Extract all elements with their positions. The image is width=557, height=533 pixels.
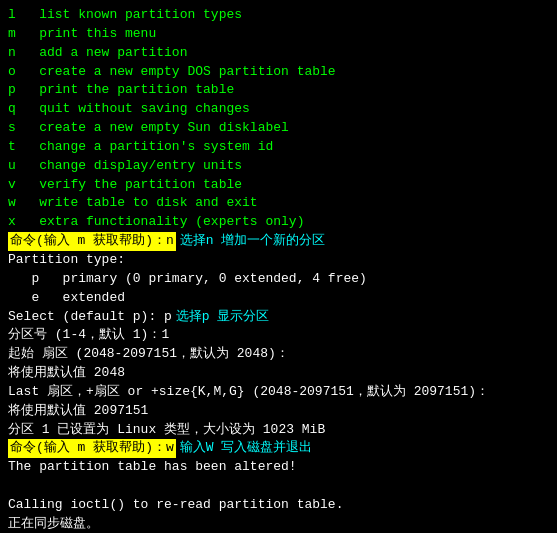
menu-line-q: q quit without saving changes (8, 100, 549, 119)
partition-type-p: p primary (0 primary, 0 extended, 4 free… (8, 270, 549, 289)
menu-line-m: m print this menu (8, 25, 549, 44)
command-line-w: 命令(输入 m 获取帮助)：w 输入W 写入磁盘并退出 (8, 439, 549, 458)
blank-line (8, 477, 549, 496)
default-end-line: 将使用默认值 2097151 (8, 402, 549, 421)
menu-line-o: o create a new empty DOS partition table (8, 63, 549, 82)
menu-line-v: v verify the partition table (8, 176, 549, 195)
menu-line-s: s create a new empty Sun disklabel (8, 119, 549, 138)
start-sector-line: 起始 扇区 (2048-2097151，默认为 2048)： (8, 345, 549, 364)
menu-line-w: w write table to disk and exit (8, 194, 549, 213)
default-start-line: 将使用默认值 2048 (8, 364, 549, 383)
cmd-annotation-n: 选择n 增加一个新的分区 (180, 232, 326, 251)
menu-line-p: p print the partition table (8, 81, 549, 100)
menu-line-t: t change a partition's system id (8, 138, 549, 157)
syncing-line: 正在同步磁盘。 (8, 515, 549, 533)
cmd-prompt-n: 命令(输入 m 获取帮助)：n (8, 232, 176, 251)
terminal-window: l list known partition types m print thi… (0, 0, 557, 533)
partition-type-label: Partition type: (8, 251, 549, 270)
altered-message: The partition table has been altered! (8, 458, 549, 477)
cmd-prompt-w: 命令(输入 m 获取帮助)：w (8, 439, 176, 458)
menu-line-u: u change display/entry units (8, 157, 549, 176)
calling-ioctl-line: Calling ioctl() to re-read partition tab… (8, 496, 549, 515)
command-line-n: 命令(输入 m 获取帮助)：n 选择n 增加一个新的分区 (8, 232, 549, 251)
partition-number-line: 分区号 (1-4，默认 1)：1 (8, 326, 549, 345)
partition-type-e: e extended (8, 289, 549, 308)
last-sector-line: Last 扇区，+扇区 or +size{K,M,G} (2048-209715… (8, 383, 549, 402)
menu-line-l: l list known partition types (8, 6, 549, 25)
cmd-annotation-w: 输入W 写入磁盘并退出 (180, 439, 313, 458)
menu-line-n: n add a new partition (8, 44, 549, 63)
select-default-p: Select (default p): p 选择p 显示分区 (8, 308, 549, 327)
partition-set-line: 分区 1 已设置为 Linux 类型，大小设为 1023 MiB (8, 421, 549, 440)
menu-line-x: x extra functionality (experts only) (8, 213, 549, 232)
select-annotation: 选择p 显示分区 (176, 308, 270, 327)
